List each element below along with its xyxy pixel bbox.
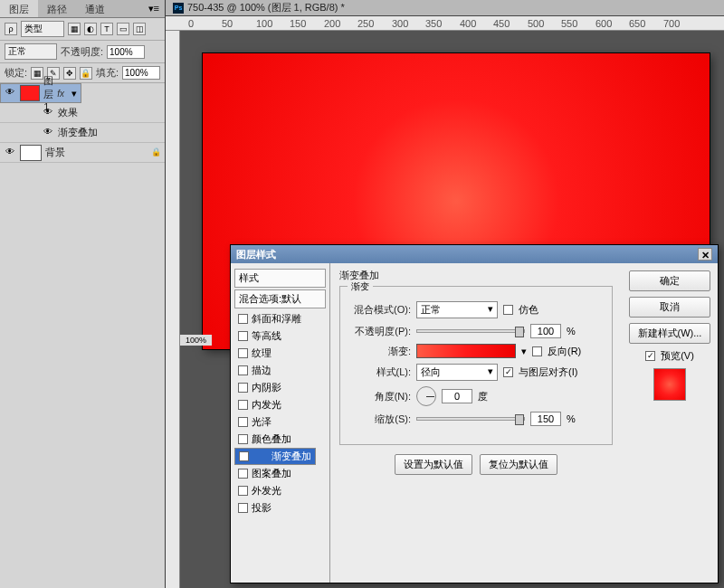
reverse-checkbox[interactable] (532, 346, 542, 356)
section-title: 渐变叠加 (339, 269, 613, 282)
lock-row: 锁定: ▦ ✎ ✥ 🔒 填充: 100% (0, 63, 165, 83)
new-style-button[interactable]: 新建样式(W)... (629, 323, 710, 344)
layers-panel: 图层 路径 通道 ▾≡ ρ 类型 ▦ ◐ T ▭ ◫ 正常 不透明度: 100%… (0, 0, 166, 588)
panel-tabs: 图层 路径 通道 ▾≡ (0, 0, 165, 18)
style-list: 样式 混合选项:默认 斜面和浮雕 等高线 纹理 描边 内阴影 内发光 光泽 颜色… (231, 263, 330, 583)
preview-label: 预览(V) (661, 349, 694, 363)
dialog-buttons: 确定 取消 新建样式(W)... 预览(V) (622, 263, 718, 583)
blend-options-header[interactable]: 混合选项:默认 (234, 289, 326, 308)
chevron-down-icon[interactable]: ▾ (71, 88, 77, 100)
tab-layers[interactable]: 图层 (0, 0, 38, 17)
layer-list: 👁 图层 1 fx ▾ 👁 效果 👁 渐变叠加 👁 背景 🔒 (0, 83, 165, 588)
styles-header[interactable]: 样式 (234, 269, 326, 288)
style-item-outer-glow[interactable]: 外发光 (234, 482, 326, 499)
effect-name: 渐变叠加 (58, 126, 161, 139)
opacity-input[interactable]: 100 (530, 324, 561, 338)
preview-swatch (653, 368, 686, 401)
layer-row[interactable]: 👁 图层 1 fx ▾ (0, 83, 81, 103)
document-tab[interactable]: Ps 750-435 @ 100% (图层 1, RGB/8) * (166, 0, 724, 16)
filter-icon[interactable]: ρ (5, 23, 17, 35)
dither-label: 仿色 (519, 303, 538, 317)
visibility-icon[interactable]: 👁 (4, 147, 16, 159)
style-item-stroke[interactable]: 描边 (234, 362, 326, 379)
align-checkbox[interactable] (503, 367, 513, 377)
opacity-input[interactable]: 100% (107, 45, 145, 59)
style-select[interactable]: 径向▾ (416, 364, 498, 381)
filter-type-icon[interactable]: T (100, 23, 113, 35)
dither-checkbox[interactable] (503, 305, 513, 315)
style-form: 渐变叠加 渐变 混合模式(O): 正常▾ 仿色 不透明度(P): 100 % 渐… (330, 263, 622, 583)
close-icon[interactable]: ✕ (698, 248, 712, 261)
blend-row: 正常 不透明度: 100% (0, 41, 165, 63)
style-item-inner-shadow[interactable]: 内阴影 (234, 379, 326, 396)
preview-checkbox[interactable] (645, 351, 655, 361)
blend-mode-label: 混合模式(O): (348, 303, 411, 317)
style-item-pattern-overlay[interactable]: 图案叠加 (234, 465, 326, 482)
document-title: 750-435 @ 100% (图层 1, RGB/8) * (187, 1, 345, 14)
dialog-titlebar[interactable]: 图层样式 ✕ (231, 245, 718, 263)
style-label: 样式(L): (348, 365, 411, 379)
layer-thumbnail[interactable] (20, 85, 40, 101)
align-label: 与图层对齐(I) (519, 365, 577, 379)
filter-pixel-icon[interactable]: ▦ (68, 23, 81, 35)
style-item-bevel[interactable]: 斜面和浮雕 (234, 310, 326, 327)
layer-effect-item[interactable]: 👁 渐变叠加 (0, 123, 165, 143)
lock-all-icon[interactable]: 🔒 (80, 67, 92, 80)
style-item-texture[interactable]: 纹理 (234, 345, 326, 362)
layer-style-dialog: 图层样式 ✕ 样式 混合选项:默认 斜面和浮雕 等高线 纹理 描边 内阴影 内发… (230, 244, 719, 583)
scale-label: 缩放(S): (348, 413, 411, 426)
fx-badge[interactable]: fx (57, 89, 68, 99)
gradient-preview[interactable] (416, 344, 516, 358)
blend-mode-select[interactable]: 正常 (5, 43, 57, 60)
cancel-button[interactable]: 取消 (629, 297, 710, 318)
tab-channels[interactable]: 通道 (76, 0, 114, 17)
gradient-fieldset: 渐变 混合模式(O): 正常▾ 仿色 不透明度(P): 100 % 渐变: ▾ (339, 286, 613, 445)
ps-icon: Ps (173, 3, 184, 14)
tab-paths[interactable]: 路径 (38, 0, 76, 17)
effects-label: 效果 (58, 106, 161, 119)
opacity-label: 不透明度(P): (348, 325, 411, 338)
scale-slider[interactable] (416, 417, 525, 421)
panel-menu-icon[interactable]: ▾≡ (143, 0, 165, 17)
style-item-color-overlay[interactable]: 颜色叠加 (234, 431, 326, 448)
filter-kind[interactable]: 类型 (21, 21, 64, 37)
gradient-label: 渐变: (348, 345, 411, 358)
filter-adjust-icon[interactable]: ◐ (84, 23, 97, 35)
visibility-icon[interactable]: 👁 (42, 107, 54, 119)
visibility-icon[interactable]: 👁 (5, 87, 16, 100)
lock-icon: 🔒 (150, 147, 161, 158)
fill-input[interactable]: 100% (122, 66, 160, 80)
reverse-label: 反向(R) (548, 345, 581, 358)
ruler-horizontal: 0501001502002503003504004505005506006507… (166, 16, 724, 31)
layer-row[interactable]: 👁 背景 🔒 (0, 143, 165, 163)
opacity-slider[interactable] (416, 329, 525, 333)
layer-effects-row[interactable]: 👁 效果 (0, 103, 165, 123)
layer-thumbnail[interactable] (20, 145, 42, 161)
filter-shape-icon[interactable]: ▭ (117, 23, 129, 35)
chevron-down-icon: ▾ (488, 365, 493, 379)
lock-label: 锁定: (5, 66, 27, 80)
zoom-readout[interactable]: 100% (180, 335, 212, 346)
layer-name: 背景 (45, 146, 147, 159)
scale-input[interactable]: 150 (530, 412, 561, 426)
style-item-drop-shadow[interactable]: 投影 (234, 499, 326, 517)
style-item-gradient-overlay[interactable]: 渐变叠加 (234, 448, 316, 465)
filter-smart-icon[interactable]: ◫ (133, 23, 146, 35)
blend-mode-select[interactable]: 正常▾ (416, 301, 498, 318)
style-item-contour[interactable]: 等高线 (234, 327, 326, 345)
angle-label: 角度(N): (348, 390, 411, 403)
ok-button[interactable]: 确定 (629, 270, 710, 291)
lock-move-icon[interactable]: ✥ (63, 67, 76, 80)
chevron-down-icon[interactable]: ▾ (521, 346, 527, 357)
fieldset-legend: 渐变 (348, 280, 373, 293)
angle-dial[interactable] (416, 386, 436, 406)
ruler-vertical (166, 31, 180, 588)
lock-trans-icon[interactable]: ▦ (31, 67, 43, 80)
reset-default-button[interactable]: 复位为默认值 (480, 454, 557, 475)
visibility-icon[interactable]: 👁 (42, 127, 54, 139)
style-item-satin[interactable]: 光泽 (234, 413, 326, 431)
chevron-down-icon: ▾ (488, 303, 493, 317)
angle-input[interactable]: 0 (442, 389, 472, 403)
set-default-button[interactable]: 设置为默认值 (395, 454, 472, 475)
style-item-inner-glow[interactable]: 内发光 (234, 396, 326, 413)
